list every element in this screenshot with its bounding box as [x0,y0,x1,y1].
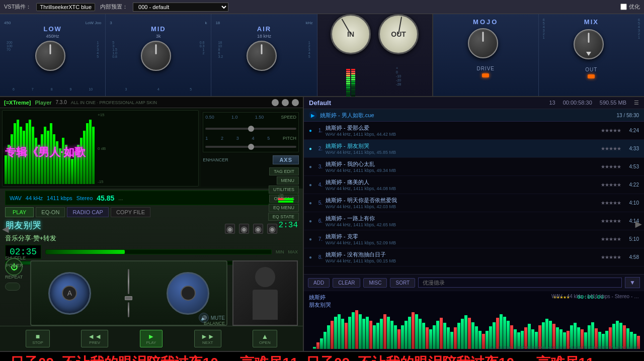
optimize-checkbox[interactable] [620,4,627,10]
eq-air-knob[interactable] [247,41,277,71]
vst-bar: VST插件： ThrillseekerXTC blue 内部预置： 000 - … [0,0,644,14]
nav-arrow-left[interactable]: ◄ [0,223,11,236]
viz-bar [433,325,436,349]
misc-btn[interactable]: MISC [363,278,387,288]
track-row[interactable]: ● 5. 姚斯婷 - 明天你是否依然爱我 WAV 44 kHz, 1411 kb… [304,194,644,212]
eq-mid-knob[interactable] [141,41,171,71]
stop-btn[interactable]: ■ STOP [26,330,50,347]
viz-bar [415,314,418,349]
pitch-slider[interactable] [205,146,296,148]
playlist-search[interactable] [418,278,622,288]
playlist-info: 13 00:00:58:30 590.55 MB ☰ [549,100,639,106]
slider-scale-1: 0.50 [205,115,214,120]
pitch-label: PITCH [283,136,296,141]
eq-bar [71,159,73,184]
mix-title: MIX [584,18,599,26]
vu-in: IN [331,14,371,97]
viz-bar [380,319,383,349]
vu-out: OUT + 0 -10 -20 -28 [378,14,419,97]
viz-info: 姚斯婷 朋友别哭 [309,294,331,309]
track-row[interactable]: ● 3. 姚斯婷 - 我的心太乱 WAV 44 kHz, 1411 kbps, … [304,158,644,176]
vst-preset-select[interactable]: 000 - default [133,3,228,12]
viz-track-info: WAV - 44 kHz - 1411 kbps - Stereo - … [551,294,639,299]
viz-bar [464,315,467,349]
eq-bar [92,127,95,184]
tag-edit-btn[interactable]: TAG EDIT [269,167,299,175]
clear-btn[interactable]: CLEAR [333,278,360,288]
bottom-ticker: 日子09. 不让我的眼泪陪我过夜10. 一言难尽11. 日子09. 不让我的眼泪… [0,351,644,361]
repeat-toggle[interactable] [5,283,20,291]
viz-bar [493,322,496,349]
mix-led[interactable] [588,74,595,78]
playlist-menu-btn[interactable]: ▼ [625,277,640,288]
playlist-menu-icon[interactable]: ☰ [634,100,639,106]
eq-section: 450 LoW Joo LOW 450Hz 200 100 70 1 2 [0,14,644,97]
viz-bar [507,321,510,349]
add-btn[interactable]: ADD [308,278,330,288]
vst-plugin-label: VST插件： [4,3,31,11]
speed-slider[interactable] [205,128,296,130]
eq-state-btn[interactable]: EQ STATE [268,213,299,221]
viz-bar [457,323,460,349]
track-play-dot: ● [309,128,312,133]
next-btn[interactable]: ►► NEXT [194,330,221,347]
track-row[interactable]: ● 4. 姚斯婷 - 痛美的人 WAV 44 kHz, 1411 kbps, 4… [304,176,644,194]
viz-bar [331,321,334,349]
share-text-row: 音乐分享·赞+转发 [5,233,298,243]
window-btn-1[interactable] [272,99,279,106]
viz-bar [500,314,503,349]
speaker-icon-3: ◉ [253,224,263,234]
open-btn[interactable]: ▲ OPEN [253,330,277,347]
radio-cap-btn[interactable]: RADIO CAP [67,207,109,217]
track-row[interactable]: ● 2. 姚斯婷 - 朋友别哭 WAV 44 kHz, 1411 kbps, 4… [304,140,644,158]
eq-mid-value: 3k [156,34,161,39]
current-track-name: 姚斯婷 - 男人如歌.cue [320,112,374,119]
eq-menu-btn[interactable]: EQ MENU [269,204,299,212]
viz-bar [471,322,474,349]
viz-bar [369,321,372,349]
viz-bar [320,338,323,349]
nav-arrow-right[interactable]: ► [633,218,644,231]
menu-btn[interactable]: MENU [277,176,299,185]
play-btn[interactable]: PLAY [5,207,34,217]
sort-btn[interactable]: SORT [390,278,415,288]
eq-on-btn[interactable]: EQ-ON [36,207,65,217]
prev-btn[interactable]: ◄◄ PREV [81,330,108,347]
viz-bar [355,310,358,349]
reel-center-left: A [67,289,72,297]
viz-bar [390,321,393,349]
player-header: [=XTreme] Player 7.3.0 ALL IN ONE · PROF… [0,97,303,108]
window-btn-3[interactable] [292,99,299,106]
viz-bar [475,326,478,349]
track-row[interactable]: ● 8. 姚斯婷 - 没有泡抽白日子 WAV 44 kHz, 1411 kbps… [304,248,644,266]
eq-low-knob[interactable] [35,41,65,71]
playlist-section: Default 13 00:00:58:30 590.55 MB ☰ ▶ 姚斯婷… [304,97,644,351]
viz-bar [447,327,450,349]
playlist-tracks: ● 1. 姚斯婷 - 爱那么爱 WAV 44 kHz, 1411 kbps, 4… [304,122,644,274]
player-left: [=XTreme] Player 7.3.0 ALL IN ONE · PROF… [0,97,304,351]
vu-meters: IN [317,14,433,96]
size-unit: ... [118,195,123,201]
eq-band-air: 18 kHz AIR 18 kHz 18 10 8 6 3.2 1 [211,14,317,96]
viz-bar [436,321,439,349]
track-row[interactable]: ● 7. 姚斯婷 - 克零 WAV 44 kHz, 1411 kbps, 52.… [304,230,644,248]
play-transport-btn[interactable]: ► PLAY [140,330,163,347]
channels-info: Stereo [76,195,93,201]
axs-button[interactable]: AXS [273,155,299,164]
progress-track[interactable] [45,249,272,254]
viz-bar [359,314,362,349]
mini-visualizer: 姚斯婷 朋友别哭 ★★★★★ 00:00:00 WAV - 44 kHz - 1… [304,291,644,351]
viz-bar [545,319,548,349]
track-row[interactable]: ● 1. 姚斯婷 - 爱那么爱 WAV 44 kHz, 1411 kbps, 4… [304,122,644,140]
mojo-knob[interactable] [468,28,498,58]
copy-file-btn[interactable]: COPY FILE [111,207,150,217]
window-btn-2[interactable] [282,99,289,106]
mix-knob[interactable] [574,29,604,59]
player-section: [=XTreme] Player 7.3.0 ALL IN ONE · PROF… [0,97,644,351]
vu-out-label: OUT [391,30,406,38]
mojo-led[interactable] [482,73,489,77]
vst-optimize[interactable]: 优化 [620,3,640,11]
utilities-btn[interactable]: UTILITIES [269,186,299,194]
min-label: MIN [276,249,284,254]
track-row[interactable]: ● 6. 姚斯婷 - 一路上有你 WAV 44 kHz, 1411 kbps, … [304,212,644,230]
